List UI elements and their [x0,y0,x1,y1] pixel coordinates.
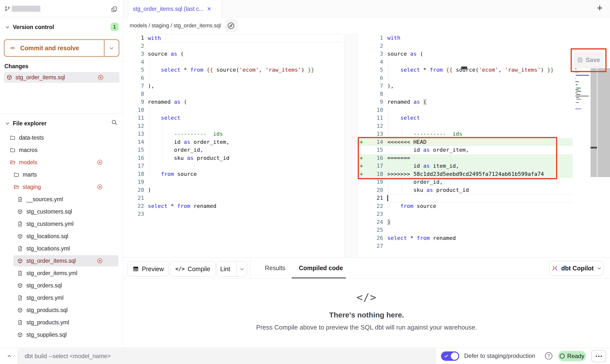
code-line-9[interactable]: 9renamed as ( [358,98,573,106]
code-line-11[interactable]: 11 select [123,114,344,122]
code-line-16[interactable]: 16 sku as product_id [123,154,344,162]
conflict-circle-x-icon[interactable] [98,74,104,81]
file-tree-item-data-tests[interactable]: data-tests [0,132,123,144]
code-line-15[interactable]: 15 order_id, [123,146,344,154]
file-tree-item-stg-products-yml[interactable]: stg_products.yml [0,316,123,329]
code-line-19[interactable]: 19 order_id, [358,178,573,186]
left-pane-scrollbar-thumb[interactable] [461,66,467,69]
conflict-circle-x-icon[interactable] [97,258,103,264]
compile-button[interactable]: </> Compile [170,261,216,277]
code-line-10[interactable]: 10 [123,106,344,114]
code-line-23[interactable]: 23 [358,210,573,218]
conflict-circle-x-icon[interactable] [97,184,103,190]
new-tab-icon[interactable]: + [597,2,603,14]
code-line-4[interactable]: 4 [358,58,573,66]
code-line-10[interactable]: 10 [358,106,573,114]
code-line-6[interactable]: 6 [123,74,344,82]
code-line-2[interactable]: 2 [358,42,573,50]
file-tree-item--sources-yml[interactable]: __sources.yml [0,193,123,205]
code-line-1[interactable]: 1with [123,34,344,42]
minimap[interactable] [575,68,591,118]
file-tree-item-stg-supplies-sql[interactable]: stg_supplies.sql [0,329,123,341]
code-line-12[interactable]: 12 [123,122,344,130]
git-branch-icon[interactable] [4,6,10,12]
code-line-2[interactable]: 2 [123,42,344,50]
file-tree-item-stg-customers-yml[interactable]: stg_customers.yml [0,218,123,230]
lint-options-chevron[interactable] [237,262,247,276]
code-line-1[interactable]: 1with [358,34,573,42]
tab-stg-order-items[interactable]: stg_order_items.sql (last c... × [128,0,222,18]
changed-file-row[interactable]: stg_order_items.sql [4,72,119,83]
code-line-21[interactable]: 21 [123,194,344,202]
chevron-down-icon[interactable] [5,121,10,126]
code-line-12[interactable]: 12 [358,122,573,130]
more-options-button[interactable] [591,350,606,362]
code-line-19[interactable]: 19 [123,178,344,186]
file-tree-item-stg-orders-yml[interactable]: stg_orders.yml [0,292,123,304]
file-tree-item-stg-customers-sql[interactable]: stg_customers.sql [0,205,123,218]
collapse-panel-chevron-icon[interactable] [5,352,14,361]
dbt-copilot-button[interactable]: dbt Copilot [549,261,604,276]
file-tree-item-models[interactable]: models [0,156,123,168]
file-tree-item-stg-orders-sql[interactable]: stg_orders.sql [0,279,123,292]
code-line-26[interactable]: 26select * from renamed [358,234,573,242]
defer-toggle[interactable] [441,351,459,361]
code-line-8[interactable]: 8 [358,90,573,98]
code-line-14[interactable]: 14 id as order_item, [123,138,344,146]
pane-divider[interactable] [344,33,358,257]
code-line-25[interactable]: 25 [358,226,573,234]
search-icon[interactable] [111,119,118,126]
code-line-5[interactable]: 5 select * from {{ source('ecom', 'raw_i… [123,66,344,74]
preview-button[interactable]: Preview [128,261,169,277]
save-button[interactable]: Save [574,52,603,68]
code-line-11[interactable]: 11 select [358,114,573,122]
code-line-16[interactable]: +16======= [358,154,573,162]
code-line-17[interactable]: +17 id as item_id, [358,162,573,170]
code-line-15[interactable]: 15 id as order_item, [358,146,573,154]
file-tree-item-marts[interactable]: marts [0,168,123,181]
code-line-9[interactable]: 9renamed as ( [123,98,344,106]
editor-scrollbar[interactable] [597,68,610,177]
minimap-scrollbar[interactable] [591,68,597,177]
code-line-18[interactable]: +18>>>>>>> 58c1dd23d5eebd9cd2495fa7124ab… [358,170,573,178]
commit-options-chevron[interactable] [104,40,119,56]
file-tree-item-staging[interactable]: staging [0,181,123,193]
code-line-13[interactable]: 13 ---------- ids [358,130,573,138]
file-tree-item-stg-products-sql[interactable]: stg_products.sql [0,304,123,316]
code-line-23[interactable]: 23 [123,210,344,218]
code-line-20[interactable]: 20) [123,186,344,194]
conflict-circle-x-icon[interactable] [97,159,103,165]
code-line-20[interactable]: 20 sku as product_id [358,186,573,194]
tab-results[interactable]: Results [265,258,285,278]
chevron-down-icon[interactable] [5,25,10,30]
close-tab-icon[interactable]: × [207,5,211,12]
file-tree-item-stg-locations-yml[interactable]: stg_locations.yml [0,242,123,255]
code-line-14[interactable]: +14<<<<<<< HEAD [358,138,573,146]
file-tree-item-macros[interactable]: macros [0,144,123,156]
code-line-22[interactable]: 22 from source [358,202,573,210]
help-icon[interactable]: ? [545,352,552,360]
code-pane-left[interactable]: 1with23source as (45 select * from {{ so… [123,34,344,218]
tab-compiled-code[interactable]: Compiled code [299,258,343,278]
scrollbar-thumb[interactable] [591,147,597,149]
code-line-3[interactable]: 3source as ( [358,50,573,58]
file-tree-item-stg-order-items-sql[interactable]: stg_order_items.sql [0,255,123,267]
code-line-8[interactable]: 8 [123,90,344,98]
copy-docs-icon[interactable] [111,6,118,13]
commit-and-resolve-button[interactable]: Commit and resolve [4,39,119,57]
code-line-4[interactable]: 4 [123,58,344,66]
code-line-7[interactable]: 7), [123,82,344,90]
command-input[interactable] [18,348,436,364]
code-line-21[interactable]: 21 [358,194,573,202]
code-line-7[interactable]: 7), [358,82,573,90]
code-line-13[interactable]: 13 ---------- ids [123,130,344,138]
lint-button[interactable]: Lint [217,261,247,277]
code-line-22[interactable]: 22select * from renamed [123,202,344,210]
lineage-compass-icon[interactable] [225,19,237,32]
code-line-3[interactable]: 3source as ( [123,50,344,58]
code-line-6[interactable]: 6 [358,74,573,82]
code-line-18[interactable]: 18 from source [123,170,344,178]
file-tree-item-stg-locations-sql[interactable]: stg_locations.sql [0,230,123,242]
code-line-27[interactable]: 27 [358,242,573,250]
code-line-17[interactable]: 17 [123,162,344,170]
